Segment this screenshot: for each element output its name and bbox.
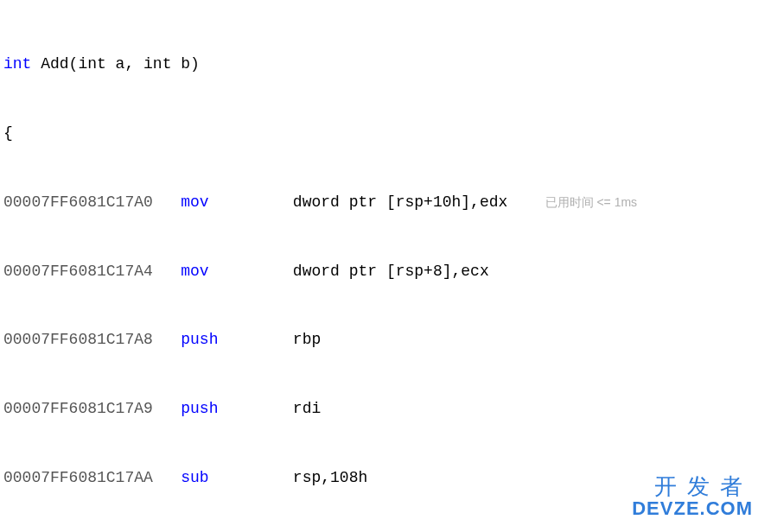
source-line: { bbox=[3, 124, 13, 142]
asm-line: 00007FF6081C17A8 push rbp bbox=[3, 328, 755, 352]
asm-line: 00007FF6081C17A9 push rdi bbox=[3, 397, 755, 421]
operands: dword ptr [rsp+10h],edx bbox=[293, 193, 507, 211]
operands: rsp,108h bbox=[293, 469, 367, 486]
asm-line: 00007FF6081C17AA sub rsp,108h bbox=[3, 466, 755, 490]
address: 00007FF6081C17A0 bbox=[3, 193, 181, 211]
address: 00007FF6081C17A9 bbox=[3, 400, 181, 417]
asm-line: 00007FF6081C17A0 mov dword ptr [rsp+10h]… bbox=[3, 191, 755, 214]
asm-line: 00007FF6081C17A4 mov dword ptr [rsp+8],e… bbox=[3, 260, 755, 283]
address: 00007FF6081C17A4 bbox=[3, 263, 181, 280]
disassembly-view[interactable]: int Add(int a, int b) { 00007FF6081C17A0… bbox=[0, 0, 758, 532]
mnemonic: mov bbox=[181, 193, 293, 211]
operands: rbp bbox=[293, 331, 321, 348]
operands: rdi bbox=[293, 400, 321, 417]
mnemonic: push bbox=[181, 400, 293, 417]
address: 00007FF6081C17AA bbox=[3, 469, 181, 486]
perf-tip: 已用时间 <= 1ms bbox=[545, 195, 638, 209]
mnemonic: mov bbox=[181, 263, 293, 280]
source-line: int Add(int a, int b) bbox=[3, 55, 200, 73]
mnemonic: sub bbox=[181, 469, 293, 486]
mnemonic: push bbox=[181, 331, 293, 348]
address: 00007FF6081C17A8 bbox=[3, 331, 181, 348]
operands: dword ptr [rsp+8],ecx bbox=[293, 263, 489, 280]
